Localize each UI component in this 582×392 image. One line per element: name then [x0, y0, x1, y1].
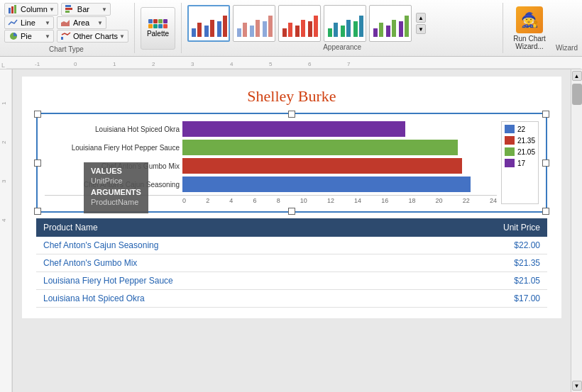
- handle-bl[interactable]: [34, 208, 41, 215]
- svg-rect-29: [341, 26, 345, 37]
- svg-marker-6: [61, 20, 70, 26]
- table-cell-price: $17.00: [413, 290, 547, 308]
- line-dropdown-arrow: ▼: [45, 20, 50, 26]
- chart-container[interactable]: VALUES UnitPrice ARGUMENTS ProductName L…: [36, 113, 547, 213]
- bar-fill: [182, 158, 462, 174]
- svg-rect-35: [386, 26, 390, 37]
- svg-rect-8: [61, 37, 63, 40]
- legend-item: 21.35: [505, 136, 535, 145]
- appearance-style-4[interactable]: [324, 5, 366, 42]
- scroll-down-btn[interactable]: ▼: [572, 381, 582, 391]
- other-charts-dropdown-arrow: ▼: [119, 33, 125, 40]
- chart-type-label: Chart Type: [4, 45, 128, 53]
- svg-rect-14: [223, 16, 227, 37]
- bar-track: [182, 121, 497, 137]
- svg-rect-11: [204, 26, 209, 37]
- svg-text:7: 7: [347, 61, 351, 67]
- axis-label: 6: [253, 197, 256, 204]
- chart-legend: 2221.3521.0517: [501, 121, 539, 204]
- table-cell-product: Louisiana Hot Spiced Okra: [36, 290, 413, 308]
- chart-tooltip: VALUES UnitPrice ARGUMENTS ProductName: [84, 162, 148, 213]
- table-cell-price: $21.35: [413, 254, 547, 272]
- table-cell-product: Chef Anton's Cajun Seasoning: [36, 237, 413, 254]
- svg-rect-13: [217, 21, 221, 37]
- svg-text:5: 5: [269, 61, 273, 67]
- bar-track: [182, 158, 497, 174]
- wizard-label[interactable]: Run Chart Wizard...: [513, 35, 546, 50]
- svg-rect-23: [295, 26, 300, 37]
- appearance-scroll-up[interactable]: ▲: [416, 13, 426, 23]
- svg-rect-22: [288, 23, 292, 37]
- appearance-style-5[interactable]: [369, 5, 412, 42]
- handle-tr[interactable]: [542, 111, 549, 118]
- legend-label: 17: [517, 159, 525, 167]
- svg-rect-4: [65, 8, 72, 10]
- tooltip-values-field: UnitPrice: [91, 177, 141, 185]
- appearance-scroll-down[interactable]: ▼: [416, 24, 426, 34]
- svg-rect-32: [359, 16, 363, 37]
- toolbar: Column ▼ Bar ▼ Line ▼: [0, 0, 582, 57]
- area-button[interactable]: Area ▼: [57, 16, 106, 29]
- bar-button[interactable]: Bar ▼: [61, 3, 111, 16]
- appearance-style-3[interactable]: [278, 5, 321, 42]
- legend-item: 21.05: [505, 147, 535, 156]
- main-area: 1 2 3 4 Shelley Burke VALUES Uni: [0, 69, 582, 392]
- handle-tm[interactable]: [288, 111, 295, 118]
- axis-label: 4: [229, 197, 233, 204]
- svg-rect-20: [268, 16, 273, 37]
- svg-rect-1: [11, 6, 13, 13]
- svg-text:4: 4: [230, 61, 234, 67]
- svg-rect-5: [65, 11, 70, 13]
- pie-button[interactable]: Pie ▼: [4, 30, 54, 43]
- svg-text:3: 3: [1, 179, 7, 183]
- right-scrollbar[interactable]: ▲ ▼: [571, 69, 582, 392]
- legend-label: 21.35: [517, 137, 535, 145]
- axis-label: 2: [206, 197, 209, 204]
- handle-bm[interactable]: [288, 208, 295, 215]
- svg-text:6: 6: [308, 61, 312, 67]
- wizard-section: 🧙 Run Chart Wizard...: [507, 4, 551, 53]
- handle-br[interactable]: [542, 208, 549, 215]
- handle-tl[interactable]: [34, 111, 41, 118]
- svg-text:4: 4: [1, 218, 7, 222]
- legend-color: [505, 147, 515, 156]
- content-area: Shelley Burke VALUES UnitPrice ARGUMENTS…: [13, 69, 571, 392]
- other-charts-button[interactable]: Other Charts ▼: [57, 30, 128, 43]
- page-title: Shelley Burke: [36, 87, 547, 106]
- line-button[interactable]: Line ▼: [4, 16, 54, 29]
- scrollbar-thumb[interactable]: [572, 84, 582, 105]
- bar-row: Louisiana Fiery Hot Pepper Sauce: [45, 140, 497, 155]
- svg-text:0: 0: [74, 61, 77, 67]
- column-button[interactable]: Column ▼: [4, 3, 58, 16]
- svg-rect-3: [65, 5, 71, 7]
- other-charts-icon: [60, 31, 72, 41]
- legend-color: [505, 136, 515, 145]
- appearance-style-1[interactable]: [187, 5, 230, 42]
- axis-label: 24: [490, 197, 497, 204]
- data-table: Product Name Unit Price Chef Anton's Caj…: [36, 218, 547, 308]
- col-product-header: Product Name: [36, 218, 413, 237]
- table-row: Chef Anton's Cajun Seasoning$22.00: [36, 237, 547, 254]
- table-cell-product: Chef Anton's Gumbo Mix: [36, 254, 413, 272]
- bar-track: [182, 140, 497, 155]
- svg-rect-12: [210, 20, 214, 37]
- appearance-style-2[interactable]: [233, 5, 275, 42]
- ruler-start: L: [1, 62, 5, 69]
- svg-rect-36: [392, 20, 396, 37]
- svg-rect-26: [314, 16, 318, 37]
- handle-mr[interactable]: [542, 159, 549, 167]
- handle-ml[interactable]: [34, 159, 41, 167]
- svg-text:1: 1: [113, 61, 116, 67]
- legend-color: [505, 159, 515, 167]
- pie-dropdown-arrow: ▼: [45, 33, 50, 40]
- svg-rect-2: [14, 5, 16, 13]
- bar-label: Louisiana Hot Spiced Okra: [45, 125, 180, 133]
- svg-rect-18: [256, 20, 260, 37]
- legend-label: 21.05: [517, 148, 535, 156]
- document-page: Shelley Burke VALUES UnitPrice ARGUMENTS…: [22, 77, 561, 318]
- scroll-up-btn[interactable]: ▲: [572, 71, 582, 81]
- bar-icon: [65, 4, 76, 14]
- svg-rect-17: [250, 26, 254, 37]
- legend-item: 22: [505, 125, 535, 133]
- palette-button[interactable]: Palette: [141, 7, 175, 50]
